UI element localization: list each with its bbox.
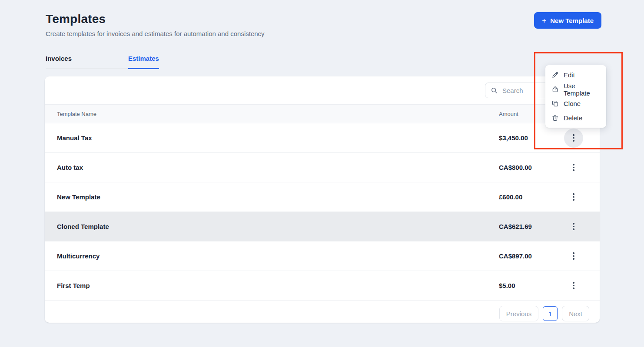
table-row[interactable]: Multicurrency CA$897.00 bbox=[45, 241, 600, 271]
template-amount: $5.00 bbox=[499, 282, 542, 289]
template-amount: CA$800.00 bbox=[499, 164, 542, 171]
table-row[interactable]: Manual Tax $3,450.00 bbox=[45, 123, 600, 153]
new-template-button-label: New Template bbox=[550, 17, 594, 24]
menu-item-label: Edit bbox=[564, 71, 575, 79]
new-template-button[interactable]: + New Template bbox=[534, 12, 601, 29]
pencil-icon bbox=[551, 71, 559, 79]
menu-item-use-template[interactable]: Use Template bbox=[545, 82, 606, 96]
menu-item-label: Clone bbox=[564, 100, 581, 107]
template-name: Cloned Template bbox=[45, 223, 499, 230]
template-name: Auto tax bbox=[45, 164, 499, 171]
plus-icon: + bbox=[542, 17, 546, 24]
previous-page-button[interactable]: Previous bbox=[499, 306, 538, 321]
menu-item-edit[interactable]: Edit bbox=[545, 68, 606, 82]
template-name: New Template bbox=[45, 193, 499, 201]
tab-bar: Invoices Estimates bbox=[46, 55, 601, 69]
tab-invoices[interactable]: Invoices bbox=[46, 55, 128, 69]
pagination: Previous 1 Next bbox=[45, 301, 600, 327]
page-subtitle: Create templates for invoices and estima… bbox=[46, 30, 601, 37]
row-actions-button[interactable] bbox=[564, 129, 583, 148]
tab-estimates[interactable]: Estimates bbox=[128, 55, 159, 69]
table-row[interactable]: New Template £600.00 bbox=[45, 182, 600, 212]
page-number-button[interactable]: 1 bbox=[543, 306, 558, 321]
column-header-amount: Amount bbox=[499, 111, 542, 117]
row-actions-context-menu: Edit Use Template Clone Delete bbox=[545, 65, 606, 128]
card-toolbar bbox=[45, 76, 600, 104]
menu-item-delete[interactable]: Delete bbox=[545, 111, 606, 125]
trash-icon bbox=[551, 114, 559, 122]
template-amount: CA$621.69 bbox=[499, 223, 542, 230]
copy-icon bbox=[551, 100, 559, 107]
table-header-row: Template Name Amount bbox=[45, 104, 600, 123]
page-title: Templates bbox=[46, 12, 601, 26]
menu-item-label: Use Template bbox=[564, 82, 600, 97]
upload-icon bbox=[551, 86, 559, 93]
row-actions-button[interactable] bbox=[564, 158, 583, 177]
row-actions-button[interactable] bbox=[564, 247, 583, 266]
template-amount: £600.00 bbox=[499, 193, 542, 201]
column-header-template-name: Template Name bbox=[45, 111, 499, 117]
template-name: Manual Tax bbox=[45, 134, 499, 142]
table-row-highlighted[interactable]: Cloned Template CA$621.69 bbox=[45, 212, 600, 241]
next-page-button[interactable]: Next bbox=[562, 306, 589, 321]
menu-item-clone[interactable]: Clone bbox=[545, 96, 606, 111]
search-icon bbox=[491, 87, 498, 94]
menu-item-label: Delete bbox=[564, 114, 582, 122]
row-actions-button[interactable] bbox=[564, 217, 583, 236]
templates-card: Template Name Amount Manual Tax $3,450.0… bbox=[45, 76, 600, 323]
template-name: Multicurrency bbox=[45, 252, 499, 260]
template-amount: $3,450.00 bbox=[499, 134, 542, 142]
template-amount: CA$897.00 bbox=[499, 252, 542, 260]
page-header: Templates Create templates for invoices … bbox=[46, 12, 601, 69]
template-name: First Temp bbox=[45, 282, 499, 289]
row-actions-button[interactable] bbox=[564, 188, 583, 207]
row-actions-button[interactable] bbox=[564, 276, 583, 295]
table-row[interactable]: First Temp $5.00 bbox=[45, 271, 600, 301]
table-row[interactable]: Auto tax CA$800.00 bbox=[45, 153, 600, 182]
